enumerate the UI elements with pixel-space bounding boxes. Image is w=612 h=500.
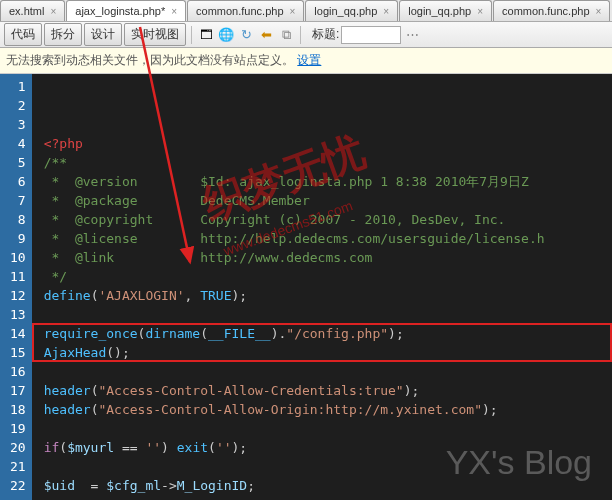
line-number: 11 bbox=[10, 267, 26, 286]
code-line: * @license http://help.dedecms.com/users… bbox=[44, 229, 612, 248]
close-icon[interactable]: × bbox=[50, 6, 56, 17]
line-number: 2 bbox=[10, 96, 26, 115]
toolbar: 代码 拆分 设计 实时视图 🗔 🌐 ↻ ⬅ ⧉ 标题: ⋯ bbox=[0, 22, 612, 48]
code-line: require_once(dirname(__FILE__)."/config.… bbox=[44, 324, 612, 343]
code-line: header("Access-Control-Allow-Credentials… bbox=[44, 381, 612, 400]
code-area[interactable]: <?php/** * @version $Id: ajax_loginsta.p… bbox=[32, 74, 612, 500]
line-number: 20 bbox=[10, 438, 26, 457]
tab-ex-html[interactable]: ex.html× bbox=[0, 0, 65, 21]
code-line: /** bbox=[44, 153, 612, 172]
line-number: 9 bbox=[10, 229, 26, 248]
title-label: 标题: bbox=[312, 26, 339, 43]
line-number: 19 bbox=[10, 419, 26, 438]
line-number: 14 bbox=[10, 324, 26, 343]
code-line bbox=[44, 457, 612, 476]
globe-icon[interactable]: 🌐 bbox=[217, 26, 235, 44]
tab-login-qq-php[interactable]: login_qq.php× bbox=[399, 0, 492, 21]
line-number: 3 bbox=[10, 115, 26, 134]
tab-common-func-php[interactable]: common.func.php× bbox=[187, 0, 304, 21]
line-number: 21 bbox=[10, 457, 26, 476]
line-number: 17 bbox=[10, 381, 26, 400]
tab-label: login_qq.php bbox=[314, 5, 377, 17]
close-icon[interactable]: × bbox=[171, 6, 177, 17]
line-number: 12 bbox=[10, 286, 26, 305]
inspect-icon[interactable]: ⧉ bbox=[277, 26, 295, 44]
separator bbox=[300, 26, 301, 44]
refresh-icon[interactable]: ↻ bbox=[237, 26, 255, 44]
code-line bbox=[44, 495, 612, 500]
line-number: 5 bbox=[10, 153, 26, 172]
code-line: */ bbox=[44, 267, 612, 286]
line-gutter: 12345678910111213141516171819202122 bbox=[0, 74, 32, 500]
live-view-button[interactable]: 实时视图 bbox=[124, 23, 186, 46]
code-line: header("Access-Control-Allow-Origin:http… bbox=[44, 400, 612, 419]
line-number: 16 bbox=[10, 362, 26, 381]
code-editor: 12345678910111213141516171819202122 <?ph… bbox=[0, 74, 612, 500]
line-number: 15 bbox=[10, 343, 26, 362]
tab-label: common.func.php bbox=[502, 5, 589, 17]
error-bar: 无法搜索到动态相关文件，因为此文档没有站点定义。 设置 bbox=[0, 48, 612, 74]
navigate-icon[interactable]: ⬅ bbox=[257, 26, 275, 44]
close-icon[interactable]: × bbox=[477, 6, 483, 17]
tab-label: common.func.php bbox=[196, 5, 283, 17]
code-line: if($myurl == '') exit(''); bbox=[44, 438, 612, 457]
line-number: 6 bbox=[10, 172, 26, 191]
error-message: 无法搜索到动态相关文件，因为此文档没有站点定义。 bbox=[6, 53, 294, 67]
close-icon[interactable]: × bbox=[383, 6, 389, 17]
code-line bbox=[44, 419, 612, 438]
tab-label: ex.html bbox=[9, 5, 44, 17]
design-view-button[interactable]: 设计 bbox=[84, 23, 122, 46]
code-line: $uid = $cfg_ml->M_LoginID; bbox=[44, 476, 612, 495]
code-line: * @copyright Copyright (c) 2007 - 2010, … bbox=[44, 210, 612, 229]
code-line: * @version $Id: ajax_loginsta.php 1 8:38… bbox=[44, 172, 612, 191]
tab-label: login_qq.php bbox=[408, 5, 471, 17]
code-view-button[interactable]: 代码 bbox=[4, 23, 42, 46]
line-number: 22 bbox=[10, 476, 26, 495]
code-line: define('AJAXLOGIN', TRUE); bbox=[44, 286, 612, 305]
line-number: 13 bbox=[10, 305, 26, 324]
line-number: 1 bbox=[10, 77, 26, 96]
code-line bbox=[44, 362, 612, 381]
more-icon[interactable]: ⋯ bbox=[403, 26, 421, 44]
split-view-button[interactable]: 拆分 bbox=[44, 23, 82, 46]
tab-common-func-php[interactable]: common.func.php× bbox=[493, 0, 610, 21]
close-icon[interactable]: × bbox=[290, 6, 296, 17]
line-number: 7 bbox=[10, 191, 26, 210]
tab-ajax-loginsta-php-[interactable]: ajax_loginsta.php*× bbox=[66, 0, 186, 21]
tab-bar: ex.html×ajax_loginsta.php*×common.func.p… bbox=[0, 0, 612, 22]
error-settings-link[interactable]: 设置 bbox=[297, 53, 321, 67]
tab-login-qq-php[interactable]: login_qq.php× bbox=[305, 0, 398, 21]
line-number: 4 bbox=[10, 134, 26, 153]
separator bbox=[191, 26, 192, 44]
title-input[interactable] bbox=[341, 26, 401, 44]
code-line: <?php bbox=[44, 134, 612, 153]
tab-label: ajax_loginsta.php* bbox=[75, 5, 165, 17]
close-icon[interactable]: × bbox=[596, 6, 602, 17]
preview-icon[interactable]: 🗔 bbox=[197, 26, 215, 44]
code-line: * @package DedeCMS.Member bbox=[44, 191, 612, 210]
code-line: AjaxHead(); bbox=[44, 343, 612, 362]
code-line: * @link http://www.dedecms.com bbox=[44, 248, 612, 267]
line-number: 18 bbox=[10, 400, 26, 419]
line-number: 10 bbox=[10, 248, 26, 267]
code-line bbox=[44, 305, 612, 324]
line-number: 8 bbox=[10, 210, 26, 229]
